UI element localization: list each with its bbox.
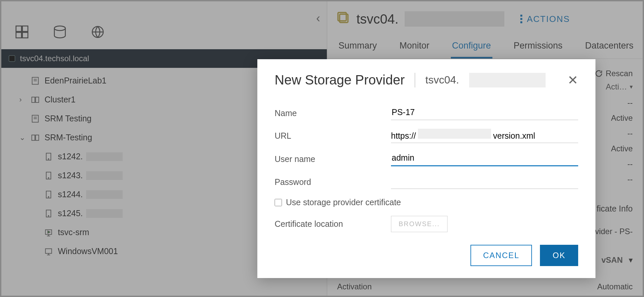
cancel-button[interactable]: CANCEL (470, 245, 532, 266)
name-input[interactable] (391, 106, 578, 120)
close-icon[interactable]: ✕ (568, 73, 578, 87)
use-certificate-checkbox[interactable] (275, 199, 282, 206)
dialog-title: New Storage Provider (275, 73, 405, 87)
cert-location-label: Certificate location (275, 219, 381, 229)
password-label: Password (275, 177, 381, 187)
browse-button: BROWSE... (391, 216, 448, 232)
url-input[interactable]: https:// version.xml (391, 129, 578, 143)
username-input[interactable] (391, 152, 578, 166)
name-label: Name (275, 108, 381, 118)
url-suffix: version.xml (493, 131, 535, 141)
use-certificate-label: Use storage provider certificate (286, 198, 401, 207)
divider (415, 73, 415, 87)
new-storage-provider-dialog: New Storage Provider tsvc04. ✕ Name URL … (257, 59, 595, 278)
url-label: URL (275, 131, 381, 141)
username-label: User name (275, 154, 381, 164)
url-prefix: https:// (391, 131, 416, 141)
dialog-subtitle: tsvc04. (425, 74, 459, 86)
password-input[interactable] (391, 175, 578, 189)
ok-button[interactable]: OK (540, 245, 578, 266)
dialog-subtitle-redacted (469, 73, 546, 87)
url-host-redacted (418, 129, 491, 139)
